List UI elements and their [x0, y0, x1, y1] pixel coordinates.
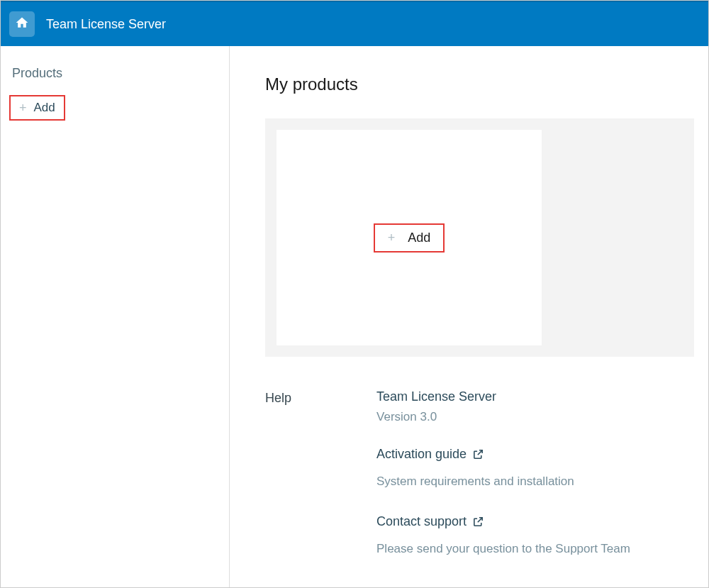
- activation-guide-label: Activation guide: [376, 447, 467, 462]
- plus-icon: +: [388, 231, 396, 244]
- card-add-button[interactable]: + Add: [374, 223, 445, 253]
- card-add-label: Add: [408, 231, 430, 245]
- help-section: Help Team License Server Version 3.0 Act…: [265, 389, 694, 576]
- sidebar-heading: Products: [12, 66, 218, 81]
- external-link-icon: [472, 516, 484, 528]
- activation-guide-link[interactable]: Activation guide: [376, 447, 630, 462]
- main: My products + Add Help Team License Serv…: [230, 46, 708, 588]
- sidebar-add-label: Add: [34, 101, 55, 115]
- support-description: Please send your question to the Support…: [376, 542, 630, 556]
- system-requirements-text: System requirements and installation: [376, 475, 630, 489]
- home-icon: [15, 16, 29, 33]
- contact-support-link[interactable]: Contact support: [376, 514, 630, 529]
- content: Products + Add My products + Add Help Te…: [1, 46, 708, 588]
- contact-support-label: Contact support: [376, 514, 467, 529]
- sidebar-add-button[interactable]: + Add: [9, 95, 65, 121]
- plus-icon: +: [19, 101, 27, 114]
- help-heading: Help: [265, 389, 291, 576]
- help-body: Team License Server Version 3.0 Activati…: [376, 389, 630, 576]
- page-title: My products: [265, 74, 694, 94]
- header: Team License Server: [1, 1, 708, 46]
- product-area: + Add: [265, 118, 694, 357]
- external-link-icon: [472, 448, 484, 460]
- app-title: Team License Server: [46, 17, 166, 32]
- home-button[interactable]: [9, 11, 35, 37]
- sidebar: Products + Add: [1, 46, 230, 588]
- help-product-name: Team License Server: [376, 389, 630, 404]
- help-version: Version 3.0: [376, 410, 630, 424]
- product-card: + Add: [277, 130, 542, 345]
